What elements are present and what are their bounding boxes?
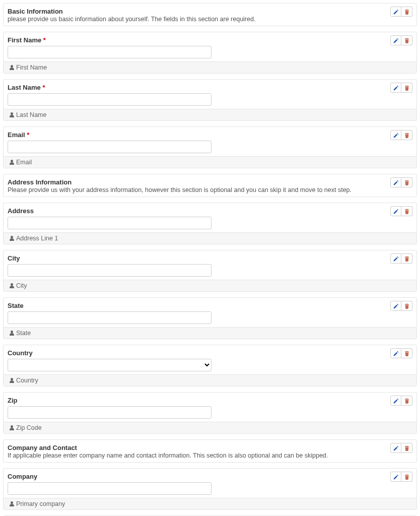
required-marker: * [27,131,29,139]
section-title: Basic Information [8,8,412,15]
trash-icon [404,209,409,214]
edit-button[interactable] [390,301,401,311]
trash-icon [404,85,409,91]
section-title: Company and Contact [8,444,412,452]
form-field: Last Name *Last Name [3,79,417,121]
trash-icon [404,9,409,15]
section-header: Address InformationPlease provide us wit… [3,174,417,197]
field-label: City [8,254,412,262]
delete-button[interactable] [401,35,412,45]
user-icon [10,236,14,241]
user-icon [10,331,14,336]
trash-icon [404,133,409,138]
edit-button[interactable] [390,7,401,17]
field-input[interactable] [8,141,212,153]
form-field: CountryCountry [3,345,417,386]
edit-icon [393,303,399,309]
delete-button[interactable] [401,396,412,406]
trash-icon [404,474,409,480]
field-input[interactable] [8,93,212,106]
user-icon [10,425,14,430]
section-description: If applicable please enter company name … [8,452,412,459]
field-hint: First Name [4,61,416,73]
user-icon [10,283,14,288]
trash-icon [404,180,409,185]
edit-button[interactable] [390,348,401,358]
edit-button[interactable] [390,83,401,93]
form-field: Email *Email [3,126,417,168]
field-label: First Name * [8,36,412,44]
form-field: ZipZip Code [3,392,417,434]
edit-icon [393,209,399,214]
required-marker: * [42,84,45,91]
field-input[interactable] [8,217,212,229]
field-input[interactable] [8,264,212,277]
field-hint: Address Line 1 [4,232,416,244]
edit-button[interactable] [390,253,401,264]
edit-button[interactable] [390,35,401,45]
trash-icon [404,303,409,309]
form-field: First Name *First Name [3,32,417,74]
required-marker: * [43,36,46,44]
field-label: State [8,302,412,309]
field-label: Zip [8,397,412,404]
delete-button[interactable] [401,130,412,140]
trash-icon [404,351,409,356]
delete-button[interactable] [401,443,412,453]
form-field: StateState [3,297,417,339]
field-input[interactable] [8,406,212,419]
field-label: Country [8,349,412,357]
edit-icon [393,180,399,185]
field-hint: Last Name [4,109,416,120]
form-field: CityCity [3,250,417,292]
trash-icon [404,445,409,451]
delete-button[interactable] [401,253,412,264]
edit-icon [393,398,399,404]
field-input[interactable] [8,46,212,58]
section-title: Address Information [8,178,412,186]
trash-icon [404,398,409,404]
section-header: Basic Informationplease provide us basic… [3,3,417,26]
user-icon [10,501,14,506]
edit-icon [393,351,399,356]
edit-button[interactable] [390,443,401,453]
edit-icon [393,474,399,480]
edit-icon [393,133,399,138]
delete-button[interactable] [401,348,412,358]
field-input[interactable] [8,311,212,324]
field-label: Last Name * [8,84,412,91]
edit-button[interactable] [390,472,401,482]
delete-button[interactable] [401,83,412,93]
delete-button[interactable] [401,206,412,216]
user-icon [10,112,14,117]
field-hint: Country [4,374,416,386]
edit-button[interactable] [390,130,401,140]
user-icon [10,378,14,383]
section-description: Please provide us with your address info… [8,186,412,194]
form-field: CompanyPrimary company [3,468,417,510]
edit-icon [393,256,399,262]
field-hint: Email [4,156,416,168]
field-label: Email * [8,131,412,139]
field-hint: State [4,327,416,339]
edit-button[interactable] [390,396,401,406]
field-hint: City [4,280,416,291]
field-select[interactable] [8,359,212,371]
delete-button[interactable] [401,7,412,17]
delete-button[interactable] [401,177,412,187]
user-icon [10,65,14,70]
field-label: Address [8,207,412,215]
form-field: AddressAddress Line 1 [3,203,417,244]
field-hint: Primary company [4,498,416,509]
trash-icon [404,38,409,43]
field-label: Company [8,473,412,480]
field-input[interactable] [8,482,212,495]
edit-icon [393,445,399,451]
edit-button[interactable] [390,206,401,216]
edit-button[interactable] [390,177,401,187]
section-header: Company and ContactIf applicable please … [3,439,417,463]
field-hint: Zip Code [4,422,416,433]
trash-icon [404,256,409,262]
delete-button[interactable] [401,472,412,482]
delete-button[interactable] [401,301,412,311]
